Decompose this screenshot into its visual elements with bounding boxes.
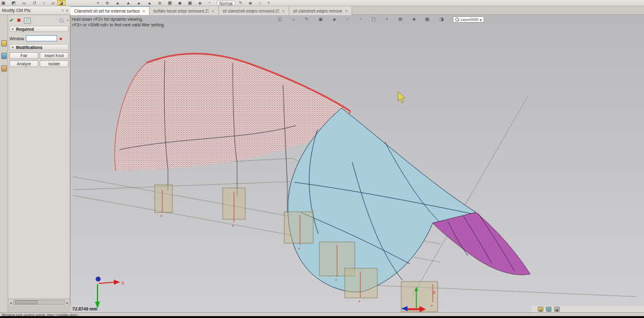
app-window: ▣ ◩ ▭ ↺ ○ ▱ ◪ ≡ ⊕ ▲ ▲ ▲ ▲ ≣ ▦ ◆ ▣ ◈ ◔ No… bbox=[0, 0, 644, 318]
panel-action-row: ✔ ✖ ◱ ⓘ › bbox=[9, 17, 69, 24]
qat-left-icons[interactable]: ▣ ◩ ▭ ↺ ○ ▱ bbox=[1, 1, 57, 6]
layer-dropdown[interactable]: Layer0000 ▾ bbox=[453, 16, 484, 23]
analyze-button[interactable]: Analyze bbox=[9, 60, 38, 67]
tab-stl-clamshell-2[interactable]: stl clamshell edges removed.Z3PRT ✕ bbox=[289, 6, 352, 15]
grid-toggle-icon[interactable]: ▦ bbox=[554, 307, 560, 312]
svg-text:x: x bbox=[431, 304, 433, 307]
svg-text:x: x bbox=[160, 214, 162, 217]
tab-close-icon[interactable]: ✕ bbox=[345, 9, 348, 13]
tab-label: buffalo bezel edge removed.Z3PRT bbox=[153, 9, 209, 13]
window-label: Window bbox=[9, 36, 24, 41]
panel-help-icon[interactable]: ? bbox=[62, 9, 64, 13]
tab-clamshell-stl-set[interactable]: Clamshell stl set for external surfaces.… bbox=[70, 6, 150, 15]
collapse-icon[interactable]: ▼ bbox=[11, 46, 14, 49]
dimension-readout: 72.8749 mm bbox=[72, 307, 97, 311]
required-section-header[interactable]: ▼ Required bbox=[9, 26, 69, 32]
modifications-section-header[interactable]: ▼ Modifications bbox=[9, 44, 69, 50]
panel-title: Modify CM Pts bbox=[2, 8, 31, 13]
tab-label: stl clamshell edges removed.Z3PRT bbox=[293, 9, 342, 13]
qat-right-icons[interactable]: ✎ ◈ ○ + bbox=[239, 1, 272, 6]
expand-icon[interactable]: › bbox=[67, 18, 69, 23]
svg-text:x: x bbox=[335, 278, 337, 282]
side-rail bbox=[0, 15, 8, 312]
modify-cm-pts-panel: ✔ ✖ ◱ ⓘ › ▼ Required Window ✱ ▼ Modifica… bbox=[8, 15, 70, 305]
panel-horizontal-scrollbar[interactable]: ◂ ▸ bbox=[8, 299, 70, 305]
hint-line-1: Hold down <F2> for dynamic viewing. bbox=[72, 16, 165, 22]
wcs-triad: X bbox=[95, 277, 125, 309]
tab-label: stl clamshell edges removed.Z3PRT bbox=[223, 9, 279, 13]
manager-icon[interactable] bbox=[1, 40, 7, 47]
collapse-icon[interactable]: ▼ bbox=[11, 28, 14, 31]
chevron-down-icon: ▾ bbox=[480, 18, 482, 22]
search-icon bbox=[455, 18, 459, 21]
scroll-left-icon[interactable]: ◂ bbox=[8, 300, 13, 305]
svg-text:x: x bbox=[358, 299, 360, 303]
x-axis-label: X bbox=[433, 290, 436, 295]
tab-buffalo-bezel[interactable]: buffalo bezel edge removed.Z3PRT ✕ bbox=[150, 6, 219, 15]
panel-title-bar: Modify CM Pts ? ✕ bbox=[0, 6, 70, 15]
modifications-section-label: Modifications bbox=[16, 45, 42, 50]
visualize-icon[interactable] bbox=[1, 53, 7, 59]
tab-close-icon[interactable]: ✕ bbox=[282, 9, 285, 13]
cursor-icon bbox=[398, 92, 405, 103]
required-section-label: Required bbox=[16, 27, 33, 31]
style-dropdown[interactable]: Normal bbox=[217, 1, 235, 6]
apply-button[interactable]: ◱ bbox=[24, 18, 31, 24]
viewport-3d-scene[interactable]: x x x x x x X bbox=[70, 15, 644, 312]
viewport-toolbar: ◱ ⌂ ✎ ▣ ◈ ○ ◔ ▢ + ▤ ■ ▦ ◨ Layer0000 ▾ bbox=[278, 16, 484, 23]
tab-close-icon[interactable]: ✕ bbox=[211, 9, 214, 13]
window-input[interactable] bbox=[26, 35, 57, 41]
window-field-row: Window ✱ bbox=[9, 35, 69, 42]
isolate-button[interactable]: Isolate bbox=[40, 60, 69, 67]
ok-button[interactable]: ✔ bbox=[9, 18, 14, 23]
hint-line-2: <F3> or <Shift-roll> to find next valid … bbox=[72, 22, 165, 28]
assembly-icon[interactable] bbox=[1, 65, 7, 72]
scroll-right-icon[interactable]: ▸ bbox=[65, 300, 70, 305]
select-tool-icon[interactable]: ◪ bbox=[57, 0, 65, 6]
tab-label: Clamshell stl set for external surfaces.… bbox=[74, 9, 140, 13]
tab-stl-clamshell-1[interactable]: stl clamshell edges removed.Z3PRT ✕ bbox=[219, 6, 289, 15]
prompt-hint: Hold down <F2> for dynamic viewing. <F3>… bbox=[72, 16, 165, 28]
graphics-viewport[interactable]: x x x x x x X bbox=[70, 15, 644, 312]
status-icon-group: ▤ ◫ ▦ bbox=[538, 307, 560, 312]
viewport-tool-icons[interactable]: ◱ ⌂ ✎ ▣ ◈ ○ ◔ ▢ + ▤ ■ ▦ ◨ bbox=[278, 17, 448, 22]
layer-value: Layer0000 bbox=[460, 18, 478, 21]
x-axis-label: X bbox=[121, 281, 125, 285]
quick-access-toolbar: ▣ ◩ ▭ ↺ ○ ▱ ◪ ≡ ⊕ ▲ ▲ ▲ ▲ ≣ ▦ ◆ ▣ ◈ ◔ No… bbox=[0, 0, 644, 6]
insert-knot-button[interactable]: Insert Knot bbox=[40, 52, 69, 59]
svg-text:x: x bbox=[232, 224, 234, 228]
info-icon[interactable]: ⓘ bbox=[59, 18, 64, 24]
purple-surface[interactable] bbox=[433, 212, 530, 275]
svg-text:x: x bbox=[298, 246, 300, 250]
scrollbar-thumb[interactable] bbox=[15, 300, 38, 304]
tab-close-icon[interactable]: ✕ bbox=[142, 9, 145, 13]
display-toggle-icon[interactable]: ◫ bbox=[546, 307, 552, 312]
filter-toggle-icon[interactable]: ▤ bbox=[538, 307, 543, 312]
required-marker-icon: ✱ bbox=[59, 36, 62, 41]
cancel-button[interactable]: ✖ bbox=[17, 18, 21, 23]
scrollbar-track[interactable] bbox=[13, 300, 65, 305]
blue-surface[interactable] bbox=[288, 108, 476, 292]
panel-close-icon[interactable]: ✕ bbox=[65, 8, 69, 13]
fair-button[interactable]: Fair bbox=[9, 52, 38, 59]
document-tab-bar: Clamshell stl set for external surfaces.… bbox=[70, 6, 644, 15]
qat-mid-icons[interactable]: ≡ ⊕ ▲ ▲ ▲ ▲ ≣ ▦ ◆ ▣ ◈ ◔ bbox=[97, 1, 213, 6]
